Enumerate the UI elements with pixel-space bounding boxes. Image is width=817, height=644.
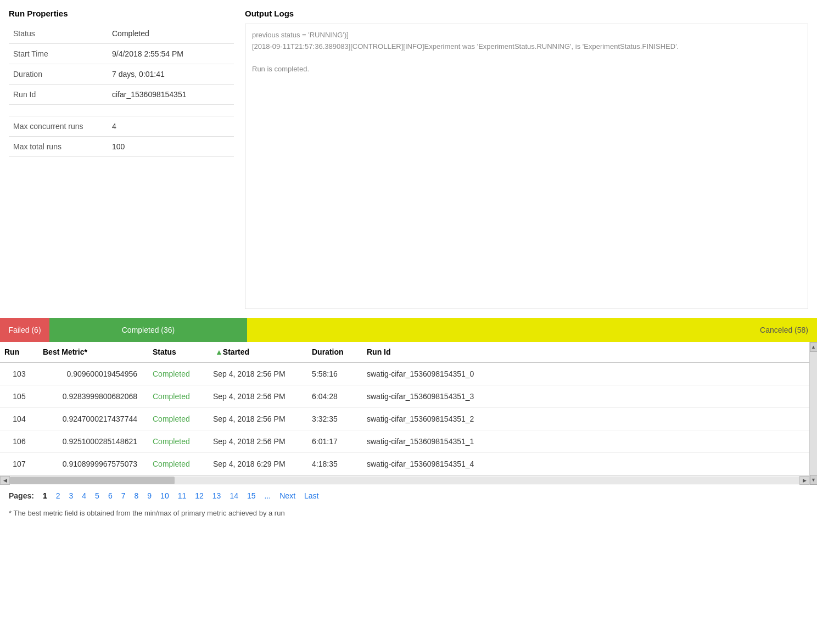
prop-row-duration: Duration 7 days, 0:01:41	[9, 64, 234, 85]
prop-label-starttime: Start Time	[9, 44, 108, 64]
cell-status: Completed	[148, 430, 209, 453]
page-12[interactable]: 12	[192, 490, 207, 501]
cell-run: 103	[0, 362, 38, 385]
prop-value-maxtotal: 100	[108, 137, 234, 157]
table-header-row: Run Best Metric* Status ▲Started Duratio…	[0, 342, 809, 362]
runs-table-section: Run Best Metric* Status ▲Started Duratio…	[0, 342, 817, 485]
cell-metric: 0.9251000285148621	[38, 430, 148, 453]
pages-label: Pages:	[9, 491, 34, 500]
scroll-down-btn[interactable]: ▼	[810, 475, 818, 485]
page-13[interactable]: 13	[209, 490, 225, 501]
prop-value-runid: cifar_1536098154351	[108, 85, 234, 105]
output-logs-panel: Output Logs previous status = 'RUNNING')…	[245, 9, 808, 309]
page-5[interactable]: 5	[92, 490, 103, 501]
log-line-2: [2018-09-11T21:57:36.389083][CONTROLLER]…	[252, 41, 801, 53]
status-failed: Failed (6)	[0, 318, 49, 342]
vertical-scrollbar[interactable]: ▲ ▼	[809, 342, 817, 485]
prop-label-maxtotal: Max total runs	[9, 137, 108, 157]
runs-table-main: Run Best Metric* Status ▲Started Duratio…	[0, 342, 809, 485]
status-bar: Failed (6) Completed (36) Canceled (58)	[0, 318, 817, 342]
prop-row-maxconcurrent: Max concurrent runs 4	[9, 116, 234, 137]
cell-runid: swatig-cifar_1536098154351_0	[362, 362, 809, 385]
page-11[interactable]: 11	[175, 490, 190, 501]
col-header-duration[interactable]: Duration	[307, 342, 362, 362]
log-line-3: Run is completed.	[252, 64, 801, 75]
cell-status: Completed	[148, 362, 209, 385]
prop-value-status: Completed	[108, 24, 234, 44]
prop-row-status: Status Completed	[9, 24, 234, 44]
prop-row-starttime: Start Time 9/4/2018 2:55:54 PM	[9, 44, 234, 64]
cell-started: Sep 4, 2018 2:56 PM	[209, 385, 307, 408]
cell-run: 104	[0, 408, 38, 430]
table-row[interactable]: 103 0.909600019454956 Completed Sep 4, 2…	[0, 362, 809, 385]
col-header-metric[interactable]: Best Metric*	[38, 342, 148, 362]
output-logs-title: Output Logs	[245, 9, 808, 18]
table-row[interactable]: 107 0.9108999967575073 Completed Sep 4, …	[0, 453, 809, 475]
col-header-status[interactable]: Status	[148, 342, 209, 362]
scroll-left-btn[interactable]: ◀	[0, 476, 10, 485]
prop-spacer	[9, 105, 234, 116]
cell-runid: swatig-cifar_1536098154351_1	[362, 430, 809, 453]
logs-content[interactable]: previous status = 'RUNNING')] [2018-09-1…	[245, 24, 808, 309]
cell-started: Sep 4, 2018 2:56 PM	[209, 362, 307, 385]
page-15[interactable]: 15	[244, 490, 259, 501]
cell-duration: 6:04:28	[307, 385, 362, 408]
cell-metric: 0.9247000217437744	[38, 408, 148, 430]
page-1[interactable]: 1	[40, 490, 51, 501]
horizontal-scrollbar[interactable]: ◀ ▶	[0, 475, 809, 485]
scroll-up-btn[interactable]: ▲	[810, 342, 818, 352]
prop-label-runid: Run Id	[9, 85, 108, 105]
properties-table: Status Completed Start Time 9/4/2018 2:5…	[9, 24, 234, 157]
table-row[interactable]: 104 0.9247000217437744 Completed Sep 4, …	[0, 408, 809, 430]
page-9[interactable]: 9	[144, 490, 155, 501]
scroll-right-btn[interactable]: ▶	[799, 476, 809, 485]
status-completed: Completed (36)	[49, 318, 247, 342]
runs-table: Run Best Metric* Status ▲Started Duratio…	[0, 342, 809, 475]
prop-label-status: Status	[9, 24, 108, 44]
footnote: * The best metric field is obtained from…	[0, 507, 817, 523]
page-6[interactable]: 6	[105, 490, 116, 501]
prop-value-starttime: 9/4/2018 2:55:54 PM	[108, 44, 234, 64]
prop-value-duration: 7 days, 0:01:41	[108, 64, 234, 85]
page-3[interactable]: 3	[66, 490, 77, 501]
cell-metric: 0.909600019454956	[38, 362, 148, 385]
col-header-runid[interactable]: Run Id	[362, 342, 809, 362]
table-row[interactable]: 105 0.9283999800682068 Completed Sep 4, …	[0, 385, 809, 408]
run-properties-panel: Run Properties Status Completed Start Ti…	[9, 9, 234, 309]
last-button[interactable]: Last	[301, 490, 322, 501]
table-row[interactable]: 106 0.9251000285148621 Completed Sep 4, …	[0, 430, 809, 453]
cell-status: Completed	[148, 385, 209, 408]
prop-row-maxtotal: Max total runs 100	[9, 137, 234, 157]
prop-value-maxconcurrent: 4	[108, 116, 234, 137]
scroll-track[interactable]	[10, 477, 799, 484]
scroll-thumb[interactable]	[10, 477, 175, 484]
cell-duration: 6:01:17	[307, 430, 362, 453]
run-properties-title: Run Properties	[9, 9, 234, 18]
page-10[interactable]: 10	[157, 490, 172, 501]
cell-metric: 0.9283999800682068	[38, 385, 148, 408]
cell-runid: swatig-cifar_1536098154351_4	[362, 453, 809, 475]
cell-run: 106	[0, 430, 38, 453]
page-2[interactable]: 2	[53, 490, 64, 501]
cell-duration: 5:58:16	[307, 362, 362, 385]
page-14[interactable]: 14	[226, 490, 242, 501]
cell-run: 107	[0, 453, 38, 475]
page-7[interactable]: 7	[118, 490, 129, 501]
cell-runid: swatig-cifar_1536098154351_3	[362, 385, 809, 408]
status-canceled: Canceled (58)	[247, 318, 817, 342]
cell-started: Sep 4, 2018 2:56 PM	[209, 430, 307, 453]
col-header-run[interactable]: Run	[0, 342, 38, 362]
cell-started: Sep 4, 2018 6:29 PM	[209, 453, 307, 475]
prop-row-runid: Run Id cifar_1536098154351	[9, 85, 234, 105]
cell-started: Sep 4, 2018 2:56 PM	[209, 408, 307, 430]
cell-runid: swatig-cifar_1536098154351_2	[362, 408, 809, 430]
page-8[interactable]: 8	[131, 490, 142, 501]
page-4[interactable]: 4	[79, 490, 89, 501]
page-ellipsis: ...	[261, 490, 275, 501]
col-header-started[interactable]: ▲Started	[209, 342, 307, 362]
next-button[interactable]: Next	[276, 490, 299, 501]
cell-status: Completed	[148, 453, 209, 475]
cell-duration: 3:32:35	[307, 408, 362, 430]
cell-status: Completed	[148, 408, 209, 430]
log-line-1: previous status = 'RUNNING')]	[252, 30, 801, 41]
